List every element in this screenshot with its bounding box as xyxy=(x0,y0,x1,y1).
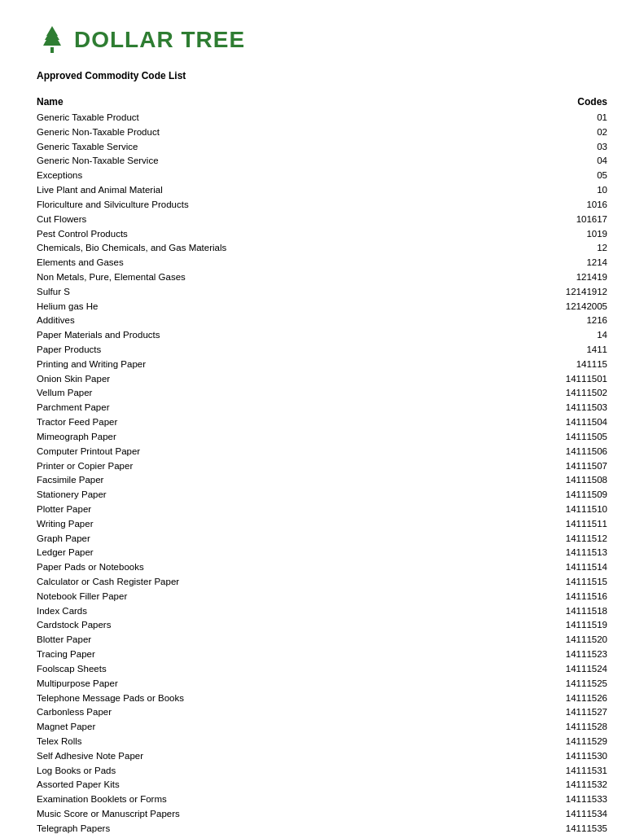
row-code: 05 xyxy=(558,169,607,183)
table-row: Cardstock Papers14111519 xyxy=(37,618,607,633)
table-row: Multipurpose Paper14111525 xyxy=(37,677,607,691)
row-name: Magnet Paper xyxy=(37,720,558,735)
table-row: Computer Printout Paper14111506 xyxy=(37,445,607,459)
table-row: Parchment Paper14111503 xyxy=(37,401,607,415)
row-code: 03 xyxy=(558,140,607,155)
row-code: 10 xyxy=(558,183,607,198)
row-name: Plotter Paper xyxy=(37,503,558,517)
row-code: 14111508 xyxy=(558,473,607,488)
row-name: Telex Rolls xyxy=(37,735,558,749)
table-row: Index Cards14111518 xyxy=(37,604,607,619)
row-code: 1019 xyxy=(558,227,607,242)
table-row: Sulfur S12141912 xyxy=(37,285,607,300)
table-row: Cut Flowers101617 xyxy=(37,213,607,227)
row-code: 14111525 xyxy=(558,677,607,691)
row-code: 14111505 xyxy=(558,430,607,445)
row-code: 12 xyxy=(558,241,607,256)
table-row: Foolscap Sheets14111524 xyxy=(37,662,607,677)
row-code: 14111511 xyxy=(558,517,607,532)
row-name: Graph Paper xyxy=(37,532,558,546)
row-name: Writing Paper xyxy=(37,517,558,532)
logo-text: DOLLAR TREE xyxy=(74,27,245,53)
row-name: Vellum Paper xyxy=(37,386,558,401)
table-row: Notebook Filler Paper14111516 xyxy=(37,590,607,604)
table-row: Chemicals, Bio Chemicals, and Gas Materi… xyxy=(37,241,607,256)
row-name: Paper Products xyxy=(37,343,558,358)
row-name: Helium gas He xyxy=(37,300,558,314)
row-code: 14111534 xyxy=(558,807,607,822)
row-code: 14111503 xyxy=(558,401,607,415)
table-row: Vellum Paper14111502 xyxy=(37,386,607,401)
table-row: Generic Non-Taxable Product02 xyxy=(37,125,607,140)
row-name: Cardstock Papers xyxy=(37,618,558,633)
table-row: Tractor Feed Paper14111504 xyxy=(37,415,607,430)
row-code: 1216 xyxy=(558,314,607,328)
row-code: 121419 xyxy=(558,270,607,285)
table-row: Paper Products1411 xyxy=(37,343,607,358)
table-row: Elements and Gases1214 xyxy=(37,256,607,270)
row-name: Notebook Filler Paper xyxy=(37,590,558,604)
row-name: Examination Booklets or Forms xyxy=(37,792,558,807)
row-name: Blotter Paper xyxy=(37,633,558,647)
row-name: Assorted Paper Kits xyxy=(37,778,558,792)
row-name: Generic Taxable Service xyxy=(37,140,558,155)
table-row: Live Plant and Animal Material10 xyxy=(37,183,607,198)
row-code: 14111526 xyxy=(558,691,607,706)
row-name: Sulfur S xyxy=(37,285,558,300)
table-row: Pest Control Products1019 xyxy=(37,227,607,242)
row-name: Foolscap Sheets xyxy=(37,662,558,677)
row-name: Multipurpose Paper xyxy=(37,677,558,691)
table-row: Paper Materials and Products14 xyxy=(37,328,607,343)
row-code: 14111501 xyxy=(558,372,607,387)
svg-rect-0 xyxy=(50,47,54,53)
row-code: 14111532 xyxy=(558,778,607,792)
codes-column-header: Codes xyxy=(558,96,607,111)
row-code: 12141912 xyxy=(558,285,607,300)
row-name: Chemicals, Bio Chemicals, and Gas Materi… xyxy=(37,241,558,256)
row-code: 14111527 xyxy=(558,705,607,720)
table-row: Printing and Writing Paper141115 xyxy=(37,358,607,372)
row-name: Facsimile Paper xyxy=(37,473,558,488)
row-code: 14111509 xyxy=(558,488,607,503)
table-row: Stationery Paper14111509 xyxy=(37,488,607,503)
row-name: Index Cards xyxy=(37,604,558,619)
row-code: 14111513 xyxy=(558,546,607,560)
row-code: 1016 xyxy=(558,198,607,213)
table-row: Printer or Copier Paper14111507 xyxy=(37,459,607,474)
row-code: 14111523 xyxy=(558,647,607,662)
row-code: 14111519 xyxy=(558,618,607,633)
row-name: Tractor Feed Paper xyxy=(37,415,558,430)
table-row: Generic Taxable Product01 xyxy=(37,111,607,125)
row-name: Live Plant and Animal Material xyxy=(37,183,558,198)
page-title: Approved Commodity Code List xyxy=(37,70,607,81)
logo-area: DOLLAR TREE xyxy=(37,24,607,55)
row-name: Computer Printout Paper xyxy=(37,445,558,459)
table-row: Graph Paper14111512 xyxy=(37,532,607,546)
row-code: 14111504 xyxy=(558,415,607,430)
row-code: 14111535 xyxy=(558,822,607,834)
row-name: Telephone Message Pads or Books xyxy=(37,691,558,706)
row-name: Parchment Paper xyxy=(37,401,558,415)
dollar-tree-icon xyxy=(37,24,68,55)
table-row: Non Metals, Pure, Elemental Gases121419 xyxy=(37,270,607,285)
row-code: 14111533 xyxy=(558,792,607,807)
table-row: Generic Non-Taxable Service04 xyxy=(37,154,607,169)
row-name: Pest Control Products xyxy=(37,227,558,242)
row-code: 01 xyxy=(558,111,607,125)
table-row: Telex Rolls14111529 xyxy=(37,735,607,749)
table-row: Calculator or Cash Register Paper1411151… xyxy=(37,575,607,590)
row-name: Calculator or Cash Register Paper xyxy=(37,575,558,590)
table-row: Self Adhesive Note Paper14111530 xyxy=(37,749,607,764)
row-code: 14111502 xyxy=(558,386,607,401)
row-name: Music Score or Manuscript Papers xyxy=(37,807,558,822)
row-name: Log Books or Pads xyxy=(37,764,558,779)
row-name: Printing and Writing Paper xyxy=(37,358,558,372)
table-row: Ledger Paper14111513 xyxy=(37,546,607,560)
row-name: Generic Taxable Product xyxy=(37,111,558,125)
row-name: Generic Non-Taxable Product xyxy=(37,125,558,140)
table-row: Helium gas He12142005 xyxy=(37,300,607,314)
row-code: 14111529 xyxy=(558,735,607,749)
svg-marker-3 xyxy=(46,26,58,36)
table-row: Onion Skin Paper14111501 xyxy=(37,372,607,387)
row-code: 14111515 xyxy=(558,575,607,590)
